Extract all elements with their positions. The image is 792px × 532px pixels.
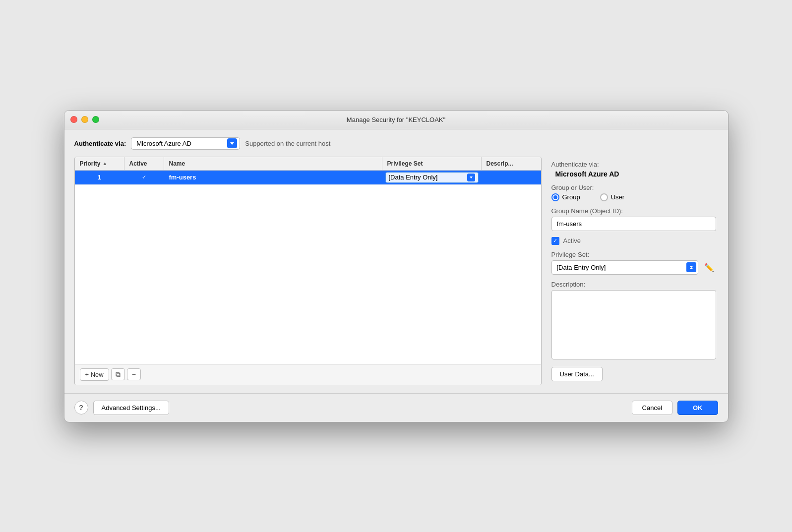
advanced-settings-button[interactable]: Advanced Settings... (93, 401, 169, 415)
cell-priority: 1 (75, 171, 124, 184)
table-body: 1 ✓ fm-users [Data Entry Only] (75, 171, 541, 364)
privilege-set-row: [Data Entry Only] [Full Access] [Read-On… (551, 260, 716, 275)
main-window: Manage Security for "KEYCLOAK" Authentic… (64, 110, 729, 422)
minimize-button[interactable] (81, 116, 88, 123)
auth-label: Authenticate via: (74, 140, 126, 147)
cell-privilege[interactable]: [Data Entry Only] (382, 171, 482, 184)
radio-group-item[interactable]: Group (551, 193, 580, 201)
active-checkbox[interactable]: ✓ (551, 237, 559, 245)
cancel-button[interactable]: Cancel (632, 401, 672, 415)
close-button[interactable] (70, 116, 77, 123)
rp-user-data-section: User Data... (549, 367, 718, 381)
auth-row: Authenticate via: Microsoft Azure AD Fil… (74, 137, 718, 150)
supported-text: Supported on the current host (245, 140, 330, 147)
right-panel: Authenticate via: Microsoft Azure AD Gro… (549, 157, 718, 385)
remove-button[interactable]: − (127, 368, 141, 380)
rp-auth-section: Authenticate via: Microsoft Azure AD (549, 161, 718, 178)
edit-privilege-button[interactable]: ✏️ (702, 260, 716, 274)
active-checkbox-icon: ✓ (140, 174, 148, 181)
titlebar: Manage Security for "KEYCLOAK" (64, 111, 728, 129)
rp-active-section: ✓ Active (549, 237, 718, 245)
bottom-right: Cancel OK (632, 401, 718, 415)
user-data-button[interactable]: User Data... (551, 367, 603, 381)
table-header: Priority ▲ Active Name Privilege Set Des… (75, 157, 541, 171)
privilege-dropdown[interactable]: [Data Entry Only] (385, 172, 479, 183)
th-active: Active (124, 157, 164, 170)
active-row: ✓ Active (551, 237, 716, 245)
th-privilege-set: Privilege Set (382, 157, 482, 170)
help-button[interactable]: ? (74, 401, 88, 414)
rp-description-label: Description: (551, 281, 716, 288)
auth-select[interactable]: Microsoft Azure AD FileMaker None (131, 137, 240, 150)
maximize-button[interactable] (92, 116, 99, 123)
split-layout: Priority ▲ Active Name Privilege Set Des… (74, 157, 718, 385)
rp-auth-label: Authenticate via: (551, 161, 716, 168)
rp-group-name-section: Group Name (Object ID): (549, 207, 718, 231)
rp-auth-value: Microsoft Azure AD (551, 170, 716, 178)
rp-description-section: Description: (549, 281, 718, 361)
duplicate-icon: ⧉ (116, 370, 121, 379)
radio-user-item[interactable]: User (600, 193, 624, 201)
table-row[interactable]: 1 ✓ fm-users [Data Entry Only] (75, 171, 541, 185)
description-textarea[interactable] (551, 290, 716, 359)
th-priority: Priority ▲ (75, 157, 124, 170)
rp-group-user-section: Group or User: Group User (549, 184, 718, 201)
cell-name: fm-users (164, 171, 382, 184)
duplicate-button[interactable]: ⧉ (111, 368, 125, 380)
left-panel: Priority ▲ Active Name Privilege Set Des… (74, 157, 542, 385)
table-footer: + New ⧉ − (75, 364, 541, 385)
rp-group-user-label: Group or User: (551, 184, 716, 191)
traffic-lights (70, 116, 99, 123)
group-radio-label: Group (562, 193, 580, 201)
main-content: Authenticate via: Microsoft Azure AD Fil… (64, 129, 728, 393)
new-button[interactable]: + New (80, 368, 109, 381)
th-name: Name (164, 157, 382, 170)
bottom-bar: ? Advanced Settings... Cancel OK (64, 393, 728, 422)
radio-group: Group User (551, 193, 716, 201)
privilege-dropdown-arrow-icon (467, 174, 475, 181)
privilege-select-wrapper: [Data Entry Only] [Full Access] [Read-On… (551, 260, 698, 275)
pencil-icon: ✏️ (704, 263, 714, 272)
sort-arrow-icon: ▲ (103, 161, 108, 166)
rp-privilege-section: Privilege Set: [Data Entry Only] [Full A… (549, 251, 718, 275)
rp-active-label: Active (563, 237, 581, 244)
th-description: Descrip... (482, 157, 541, 170)
group-radio-icon (551, 193, 559, 201)
ok-button[interactable]: OK (677, 401, 718, 415)
rp-privilege-label: Privilege Set: (551, 251, 716, 258)
rp-group-name-label: Group Name (Object ID): (551, 207, 716, 215)
privilege-set-select[interactable]: [Data Entry Only] [Full Access] [Read-On… (551, 260, 698, 275)
window-title: Manage Security for "KEYCLOAK" (347, 116, 445, 123)
group-name-input[interactable] (551, 217, 716, 231)
cell-active: ✓ (124, 171, 164, 184)
user-radio-label: User (611, 193, 624, 201)
bottom-left: ? Advanced Settings... (74, 401, 169, 415)
auth-select-wrapper: Microsoft Azure AD FileMaker None (131, 137, 240, 150)
cell-description (482, 171, 541, 184)
minus-icon: − (132, 370, 136, 378)
user-radio-icon (600, 193, 608, 201)
